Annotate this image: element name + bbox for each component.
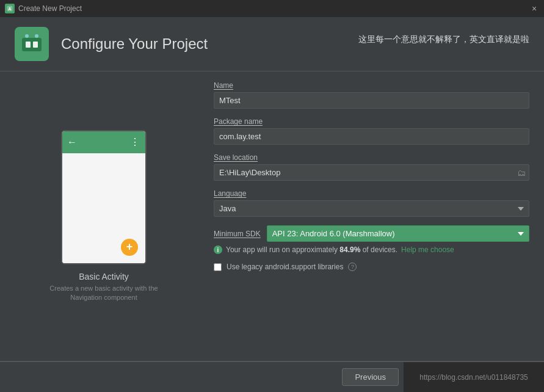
svg-rect-2: [22, 38, 42, 51]
main-content: ← ⋮ + Basic Activity Creates a new basic…: [0, 71, 544, 361]
previous-button[interactable]: Previous: [342, 368, 399, 386]
title-bar-left: A Create New Project: [5, 4, 82, 13]
left-panel: ← ⋮ + Basic Activity Creates a new basic…: [0, 71, 208, 361]
bottom-bar: Previous https://blog.csdn.net/u01184873…: [0, 361, 544, 392]
sdk-info: i Your app will run on approximately 84.…: [214, 245, 529, 254]
min-sdk-select[interactable]: API 23: Android 6.0 (Marshmallow) API 16…: [267, 225, 529, 242]
name-group: Name: [214, 81, 529, 109]
svg-rect-6: [33, 42, 38, 48]
fab-button: +: [121, 239, 138, 256]
phone-content: +: [62, 153, 145, 263]
package-label: Package name: [214, 117, 529, 126]
page-title: Configure Your Project: [61, 35, 208, 53]
svg-text:A: A: [9, 7, 12, 11]
help-icon[interactable]: ?: [348, 263, 357, 271]
legacy-checkbox[interactable]: [214, 263, 222, 271]
svg-rect-5: [26, 42, 31, 48]
right-panel: Name Package name Save location 🗂 Langua…: [208, 71, 544, 361]
min-sdk-label: Minimum SDK: [214, 230, 261, 238]
help-me-choose-link[interactable]: Help me choose: [401, 245, 454, 254]
legacy-checkbox-row: Use legacy android.support libraries ?: [214, 263, 529, 271]
legacy-checkbox-label: Use legacy android.support libraries: [227, 263, 343, 271]
name-input[interactable]: [214, 92, 529, 109]
close-button[interactable]: ×: [529, 4, 539, 13]
title-bar: A Create New Project ×: [0, 0, 544, 17]
sdk-info-text: Your app will run on approximately 84.9%…: [226, 245, 397, 254]
save-location-input[interactable]: [214, 164, 529, 181]
language-label: Language: [214, 189, 529, 198]
phone-mockup: ← ⋮ +: [61, 130, 147, 264]
back-arrow-icon: ←: [67, 137, 77, 148]
phone-top-bar: ← ⋮: [62, 131, 145, 153]
folder-icon[interactable]: 🗂: [517, 168, 526, 178]
header-annotation: 这里每一个意思就不解释了，英文直译就是啦: [358, 34, 529, 45]
save-location-label: Save location: [214, 153, 529, 162]
preview-subtitle: Creates a new basic activity with theNav…: [49, 284, 158, 303]
header: Configure Your Project 这里每一个意思就不解释了，英文直译…: [0, 17, 544, 71]
language-select[interactable]: Java Kotlin: [214, 200, 529, 217]
min-sdk-group: Minimum SDK API 23: Android 6.0 (Marshma…: [214, 225, 529, 254]
app-icon: A: [5, 4, 15, 13]
save-location-group: Save location 🗂: [214, 153, 529, 181]
language-group: Language Java Kotlin: [214, 189, 529, 217]
save-location-input-wrapper: 🗂: [214, 164, 529, 181]
info-icon: i: [214, 245, 222, 254]
package-group: Package name: [214, 117, 529, 145]
header-logo: [15, 27, 49, 61]
sdk-row: Minimum SDK API 23: Android 6.0 (Marshma…: [214, 225, 529, 242]
preview-title: Basic Activity: [79, 272, 129, 281]
svg-point-4: [35, 34, 38, 38]
svg-point-3: [25, 34, 29, 38]
url-bar: https://blog.csdn.net/u011848735: [404, 362, 544, 393]
name-label: Name: [214, 81, 529, 90]
package-input[interactable]: [214, 128, 529, 145]
menu-dots-icon: ⋮: [130, 136, 140, 148]
title-bar-text: Create New Project: [18, 4, 82, 13]
